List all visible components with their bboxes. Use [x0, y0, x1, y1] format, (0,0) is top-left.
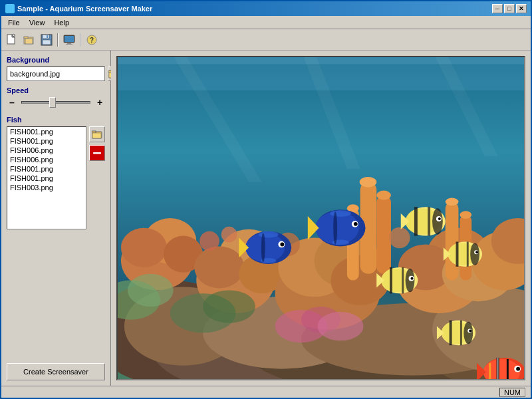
title-bar-controls: ─ □ ✕ — [492, 4, 527, 13]
fish-list-item[interactable]: FISH001.png — [7, 127, 86, 136]
help-icon: ? — [86, 34, 98, 46]
fish-list-item[interactable]: FISH001.png — [7, 174, 86, 183]
main-window: Sample - Aquarium Screensaver Maker ─ □ … — [0, 0, 532, 399]
background-label: Background — [7, 56, 105, 64]
menu-view[interactable]: View — [25, 17, 49, 28]
svg-point-125 — [516, 367, 520, 371]
svg-point-53 — [376, 191, 391, 200]
add-folder-icon — [92, 130, 102, 139]
preview-frame — [116, 56, 525, 380]
preview-area — [111, 51, 531, 386]
menu-file[interactable]: File — [4, 17, 24, 28]
title-bar-title: Sample - Aquarium Screensaver Maker — [5, 4, 152, 13]
background-input[interactable] — [7, 66, 105, 81]
help-button[interactable]: ? — [84, 32, 100, 48]
fish-label: Fish — [7, 116, 105, 124]
svg-point-101 — [411, 277, 414, 280]
menu-bar: File View Help — [1, 16, 531, 29]
status-text: NUM — [499, 388, 525, 397]
fish-list-item[interactable]: FISH001.png — [7, 164, 86, 174]
svg-point-74 — [280, 242, 284, 246]
left-panel: Background Speed – — [1, 51, 111, 386]
svg-point-115 — [464, 322, 473, 344]
svg-point-59 — [200, 231, 219, 251]
spacer — [7, 235, 105, 358]
svg-point-82 — [354, 222, 358, 226]
svg-point-109 — [475, 251, 478, 253]
fish-section: Fish FISH001.pngFISH001.pngFISH006.pngFI… — [7, 116, 105, 229]
svg-point-67 — [203, 290, 255, 323]
speed-label: Speed — [7, 86, 105, 94]
speed-row: – + — [7, 97, 105, 108]
svg-point-75 — [259, 231, 279, 238]
fish-add-button[interactable] — [89, 126, 105, 142]
fish-area: FISH001.pngFISH001.pngFISH006.pngFISH006… — [7, 126, 105, 229]
svg-rect-7 — [43, 40, 51, 45]
open-button[interactable] — [21, 32, 37, 48]
preview-button[interactable] — [61, 32, 77, 48]
speed-increase-button[interactable]: + — [94, 97, 105, 108]
svg-point-83 — [330, 210, 351, 217]
fish-list-item[interactable]: FISH001.png — [7, 136, 86, 146]
open-icon — [23, 34, 35, 46]
svg-point-91 — [432, 208, 443, 234]
svg-rect-11 — [67, 43, 71, 44]
svg-point-93 — [438, 217, 441, 220]
new-button[interactable] — [4, 32, 20, 48]
remove-icon — [92, 150, 102, 156]
speed-decrease-button[interactable]: – — [7, 97, 17, 108]
svg-point-33 — [121, 228, 167, 267]
toolbar-separator-2 — [80, 33, 81, 47]
monitor-icon — [63, 34, 75, 46]
svg-rect-55 — [446, 201, 459, 280]
svg-text:?: ? — [90, 37, 94, 44]
background-section: Background — [7, 56, 105, 81]
svg-rect-21 — [93, 152, 101, 154]
maximize-button[interactable]: □ — [504, 4, 515, 13]
background-row — [7, 66, 105, 81]
svg-rect-10 — [65, 36, 74, 42]
close-button[interactable]: ✕ — [516, 4, 527, 13]
svg-rect-6 — [43, 35, 49, 39]
svg-point-107 — [470, 243, 479, 265]
save-button[interactable] — [39, 32, 55, 48]
main-content: Background Speed – — [1, 51, 531, 386]
svg-point-37 — [194, 246, 244, 288]
speed-slider-thumb[interactable] — [49, 97, 56, 108]
title-bar: Sample - Aquarium Screensaver Maker ─ □ … — [1, 1, 531, 16]
speed-section: Speed – + — [7, 86, 105, 110]
svg-rect-12 — [66, 44, 72, 45]
menu-help[interactable]: Help — [50, 17, 73, 28]
svg-point-69 — [128, 274, 174, 307]
svg-rect-20 — [92, 133, 101, 138]
new-icon — [6, 34, 18, 46]
svg-point-57 — [446, 198, 459, 205]
svg-point-77 — [261, 233, 265, 262]
fish-list-item[interactable]: FISH003.png — [7, 183, 86, 192]
svg-point-58 — [460, 211, 471, 219]
svg-rect-19 — [92, 131, 96, 133]
save-icon — [41, 34, 53, 46]
svg-rect-8 — [47, 35, 48, 38]
svg-rect-50 — [376, 196, 391, 274]
fish-buttons — [89, 126, 105, 161]
svg-point-52 — [360, 177, 377, 188]
svg-rect-4 — [25, 39, 33, 44]
fish-list-item[interactable]: FISH006.png — [7, 146, 86, 155]
minimize-button[interactable]: ─ — [492, 4, 503, 13]
status-bar: NUM — [1, 386, 531, 398]
app-icon — [5, 4, 15, 13]
svg-point-62 — [389, 227, 410, 249]
svg-point-117 — [469, 330, 471, 332]
fish-list[interactable]: FISH001.pngFISH001.pngFISH006.pngFISH006… — [7, 126, 86, 229]
svg-point-85 — [333, 211, 337, 244]
svg-point-65 — [318, 312, 364, 340]
fish-list-item[interactable]: FISH006.png — [7, 155, 86, 164]
aquarium-preview — [118, 57, 524, 379]
svg-point-60 — [221, 227, 237, 243]
speed-slider-track[interactable] — [21, 101, 90, 104]
toolbar-separator-1 — [57, 33, 59, 47]
create-screensaver-button[interactable]: Create Screensaver — [7, 363, 105, 380]
fish-remove-button[interactable] — [89, 145, 105, 161]
toolbar: ? — [1, 29, 531, 51]
